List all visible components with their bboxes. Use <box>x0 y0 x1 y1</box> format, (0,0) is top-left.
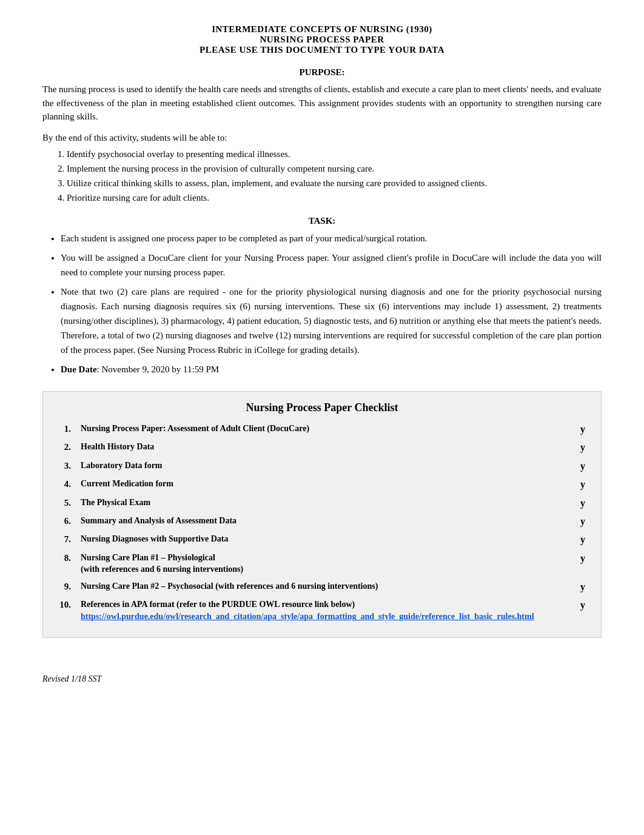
page-footer: Revised 1/18 SST <box>42 674 602 684</box>
list-item: Utilize critical thinking skills to asse… <box>67 176 602 190</box>
checklist-number: 8. <box>55 549 77 578</box>
checklist-marker: y <box>577 475 589 494</box>
checklist-row: 10.References in APA format (refer to th… <box>55 596 589 625</box>
checklist-title: Nursing Process Paper Checklist <box>55 401 589 414</box>
checklist-number: 4. <box>55 475 77 494</box>
checklist-row: 8.Nursing Care Plan #1 – Physiological(w… <box>55 549 589 578</box>
checklist-item-text: Summary and Analysis of Assessment Data <box>77 512 577 531</box>
list-item: You will be assigned a DocuCare client f… <box>61 250 602 280</box>
checklist-marker: y <box>577 494 589 512</box>
checklist-item-text: Nursing Care Plan #2 – Psychosocial (wit… <box>77 578 577 596</box>
checklist-item-text: The Physical Exam <box>77 494 577 512</box>
checklist-number: 2. <box>55 438 77 457</box>
checklist-number: 1. <box>55 420 77 438</box>
checklist-number: 7. <box>55 531 77 549</box>
checklist-number: 9. <box>55 578 77 596</box>
checklist-number: 5. <box>55 494 77 512</box>
checklist-marker: y <box>577 596 589 625</box>
due-date-label: Due Date <box>61 364 97 374</box>
checklist-item-text: References in APA format (refer to the P… <box>77 596 577 625</box>
checklist-marker: y <box>577 457 589 475</box>
checklist-row: 1.Nursing Process Paper: Assessment of A… <box>55 420 589 438</box>
checklist-number: 3. <box>55 457 77 475</box>
purpose-title: PURPOSE: <box>42 67 602 78</box>
footer-text: Revised 1/18 SST <box>42 674 101 683</box>
checklist-item-text: Nursing Care Plan #1 – Physiological(wit… <box>77 549 577 578</box>
checklist-item-text: Current Medication form <box>77 475 577 494</box>
task-title: TASK: <box>42 216 602 226</box>
checklist-marker: y <box>577 420 589 438</box>
purdue-owl-link[interactable]: https://owl.purdue.edu/owl/research_and_… <box>81 612 534 621</box>
page-header: INTERMEDIATE CONCEPTS OF NURSING (1930) … <box>42 24 602 55</box>
checklist-row: 3.Laboratory Data formy <box>55 457 589 475</box>
list-item: Each student is assigned one process pap… <box>61 231 602 246</box>
checklist-row: 7.Nursing Diagnoses with Supportive Data… <box>55 531 589 549</box>
checklist-number: 6. <box>55 512 77 531</box>
checklist-number: 10. <box>55 596 77 625</box>
header-line1: INTERMEDIATE CONCEPTS OF NURSING (1930) <box>42 24 602 35</box>
checklist-marker: y <box>577 549 589 578</box>
list-item: Note that two (2) care plans are require… <box>61 284 602 357</box>
checklist-row: 6.Summary and Analysis of Assessment Dat… <box>55 512 589 531</box>
task-section: TASK: Each student is assigned one proce… <box>42 216 602 377</box>
checklist-row: 9.Nursing Care Plan #2 – Psychosocial (w… <box>55 578 589 596</box>
checklist-item-text: Health History Data <box>77 438 577 457</box>
list-item: Prioritize nursing care for adult client… <box>67 190 602 205</box>
checklist-item-text: Laboratory Data form <box>77 457 577 475</box>
checklist-marker: y <box>577 578 589 596</box>
list-item: Identify psychosocial overlay to present… <box>67 147 602 161</box>
purpose-body: The nursing process is used to identify … <box>42 82 602 124</box>
list-item: Due Date: November 9, 2020 by 11:59 PM <box>61 362 602 377</box>
checklist-row: 5.The Physical Examy <box>55 494 589 512</box>
checklist-section: Nursing Process Paper Checklist 1.Nursin… <box>42 391 602 638</box>
checklist-item-text: Nursing Process Paper: Assessment of Adu… <box>77 420 577 438</box>
task-list: Each student is assigned one process pap… <box>61 231 602 377</box>
list-item: Implement the nursing process in the pro… <box>67 161 602 176</box>
checklist-marker: y <box>577 531 589 549</box>
header-line2: NURSING PROCESS PAPER <box>42 35 602 45</box>
checklist-item-text: Nursing Diagnoses with Supportive Data <box>77 531 577 549</box>
checklist-row: 4.Current Medication formy <box>55 475 589 494</box>
header-line3: PLEASE USE THIS DOCUMENT TO TYPE YOUR DA… <box>42 45 602 55</box>
activity-intro: By the end of this activity, students wi… <box>42 131 602 145</box>
checklist-row: 2.Health History Datay <box>55 438 589 457</box>
checklist-table: 1.Nursing Process Paper: Assessment of A… <box>55 420 589 625</box>
activity-list: Identify psychosocial overlay to present… <box>67 147 602 205</box>
checklist-marker: y <box>577 512 589 531</box>
checklist-marker: y <box>577 438 589 457</box>
